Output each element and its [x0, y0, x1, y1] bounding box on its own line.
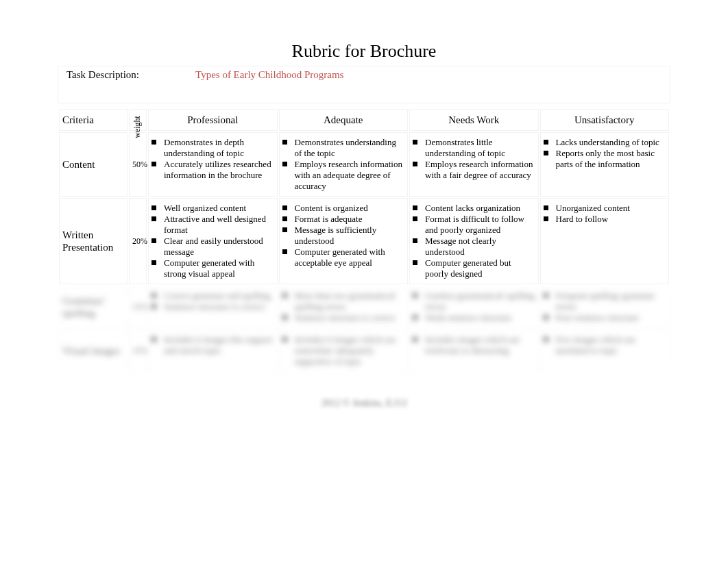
header-unsatisfactory: Unsatisfactory — [540, 109, 670, 131]
rubric-table: Criteria weight Professional Adequate Ne… — [58, 108, 670, 373]
level-cell: Includes images which are irrelevant or … — [409, 329, 539, 372]
bullet-item: Message is sufficiently understood — [282, 225, 405, 247]
criteria-cell: Content — [59, 132, 128, 197]
bullet-item: Accurately utilizes researched informati… — [151, 159, 274, 181]
bullet-item: Demonstrates in depth understanding of t… — [151, 137, 274, 159]
table-row: Visual images15%Includes 6 images this s… — [59, 329, 669, 372]
bullet-item: Weak sentence structure — [413, 312, 535, 323]
bullet-item: Includes images which are irrelevant or … — [413, 334, 535, 356]
header-weight: weight — [129, 109, 147, 131]
level-cell: Includes 6 images this support and enric… — [148, 329, 278, 372]
bullet-item: Clear and easily understood message — [151, 236, 274, 258]
bullet-item: Includes 6 images this support and enric… — [151, 334, 274, 356]
bullet-item: Format is difficult to follow and poorly… — [413, 214, 535, 236]
page-title: Rubric for Brochure — [58, 41, 670, 62]
level-cell: Demonstrates little understanding of top… — [409, 132, 539, 197]
bullet-item: Unorganized content — [544, 203, 666, 214]
bullet-item: Attractive and well designed format — [151, 214, 274, 236]
bullet-item: Poor sentence structure — [544, 312, 666, 323]
criteria-cell: Grammar/ spelling — [59, 286, 128, 328]
bullet-item: Correct grammar and spelling — [151, 290, 274, 301]
header-criteria: Criteria — [59, 109, 128, 131]
footer: 2012 © Jenkins, E.O.I — [58, 398, 670, 409]
bullet-item: Content lacks organization — [413, 203, 535, 214]
level-cell: Careless grammatical/ spelling errorsWea… — [409, 286, 539, 328]
header-needs-work: Needs Work — [409, 109, 539, 131]
bullet-item: Includes 6 images which are somewhat/ ad… — [282, 334, 405, 367]
bullet-item: Careless grammatical/ spelling errors — [413, 290, 535, 312]
bullet-item: Sentence structure is correct — [282, 312, 405, 323]
bullet-item: Content is organized — [282, 203, 405, 214]
level-cell: Unorganized contentHard to follow — [540, 198, 670, 284]
table-row: Written Presentation20%Well organized co… — [59, 198, 669, 284]
bullet-item: Employs research information with an ade… — [282, 159, 405, 192]
criteria-cell: Written Presentation — [59, 198, 128, 284]
level-cell: Lacks understanding of topicReports only… — [540, 132, 670, 197]
bullet-item: Computer generated but poorly designed — [413, 258, 535, 279]
level-cell: Demonstrates in depth understanding of t… — [148, 132, 278, 197]
weight-cell: 20% — [129, 198, 147, 284]
level-cell: Few images which are unrelated to topic — [540, 329, 670, 372]
level-cell: Frequent spelling/ grammar errorsPoor se… — [540, 286, 670, 328]
weight-cell: 50% — [129, 132, 147, 197]
bullet-item: Lacks understanding of topic — [544, 137, 666, 148]
bullet-item: Reports only the most basic parts of the… — [544, 148, 666, 170]
table-row: Content50%Demonstrates in depth understa… — [59, 132, 669, 197]
level-cell: Demonstrates understanding of the topicE… — [279, 132, 409, 197]
bullet-item: Employs research information with a fair… — [413, 159, 535, 181]
bullet-item: Computer generated with strong visual ap… — [151, 258, 274, 279]
level-cell: Correct grammar and spellingSentence str… — [148, 286, 278, 328]
header-adequate: Adequate — [279, 109, 409, 131]
task-description-block: Task Description: Types of Early Childho… — [58, 66, 670, 103]
bullet-item: Demonstrates understanding of the topic — [282, 137, 405, 159]
bullet-item: Well organized content — [151, 203, 274, 214]
header-professional: Professional — [148, 109, 278, 131]
table-row: Grammar/ spelling15%Correct grammar and … — [59, 286, 669, 328]
task-label: Task Description: — [66, 69, 139, 81]
bullet-item: Demonstrates little understanding of top… — [413, 137, 535, 159]
level-cell: Content is organizedFormat is adequateMe… — [279, 198, 409, 284]
bullet-item: Format is adequate — [282, 214, 405, 225]
criteria-cell: Visual images — [59, 329, 128, 372]
bullet-item: Message not clearly understood — [413, 236, 535, 258]
level-cell: More than two grammatical/ spelling erro… — [279, 286, 409, 328]
task-description: Types of Early Childhood Programs — [195, 69, 343, 81]
bullet-item: Few images which are unrelated to topic — [544, 334, 666, 356]
level-cell: Includes 6 images which are somewhat/ ad… — [279, 329, 409, 372]
weight-cell: 15% — [129, 329, 147, 372]
level-cell: Well organized contentAttractive and wel… — [148, 198, 278, 284]
bullet-item: Computer generated with acceptable eye a… — [282, 247, 405, 268]
level-cell: Content lacks organizationFormat is diff… — [409, 198, 539, 284]
bullet-item: Frequent spelling/ grammar errors — [544, 290, 666, 312]
weight-cell: 15% — [129, 286, 147, 328]
bullet-item: Sentence structure is correct — [151, 301, 274, 312]
bullet-item: More than two grammatical/ spelling erro… — [282, 290, 405, 312]
bullet-item: Hard to follow — [544, 214, 666, 225]
